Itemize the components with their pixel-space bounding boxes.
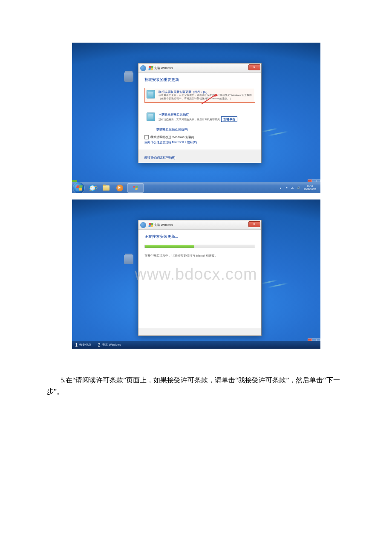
searching-heading: 正在搜索安装更新... (144, 234, 255, 240)
progress-fill (145, 245, 194, 248)
taskbar-media-player[interactable] (113, 183, 126, 193)
tray-volume-icon[interactable]: 🔊 (296, 186, 300, 190)
dialog-heading: 获取安装的重要更新 (144, 77, 255, 83)
dialog-title-text: 安装 Windows (154, 66, 173, 70)
back-button-2[interactable] (140, 222, 146, 228)
wallpaper-light-streak (261, 125, 299, 151)
back-button[interactable] (140, 65, 146, 71)
windows-flag-icon-2 (148, 223, 153, 227)
dialog-footer: 阅读我们的隐私声明(R) (138, 150, 261, 163)
system-tray: ▴ ⚑ 🖧 🔊 10:51 2009/10/23 (278, 185, 319, 191)
option-skip-updates[interactable]: 不获取最新安装更新(D) 没有这些更新，安装可能会失败，并且计算机更容易受 左键… (144, 110, 255, 124)
taskbar-install-windows[interactable] (127, 183, 144, 193)
dialog-titlebar-2: 安装 Windows (138, 220, 261, 230)
privacy-link[interactable]: 阅读我们的隐私声明(R) (144, 156, 176, 159)
recycle-bin-icon (122, 72, 135, 85)
tray-flag-icon[interactable]: ⚑ (284, 186, 288, 190)
dialog-titlebar: 安装 Windows (138, 64, 261, 73)
instruction-paragraph: 5.在“请阅读许可条款”页面上，如果接受许可条款，请单击“我接受许可条款”，然后… (47, 374, 345, 397)
dialog-body: 获取安装的重要更新 联机以获取最新安装更新（推荐）(G) 获取最新的更新，以使安… (138, 73, 261, 150)
click-annotation: 左键单击 (221, 116, 237, 122)
option-get-updates[interactable]: 联机以获取最新安装更新（推荐）(G) 获取最新的更新，以使安装成功，并有助于保护… (144, 88, 255, 103)
update-icon-2 (147, 113, 155, 121)
dialog-footer-2 (138, 328, 261, 335)
install-windows-dialog: 安装 Windows 获取安装的重要更新 联机以获取最新安装更新（推荐）(G) … (138, 63, 262, 163)
dialog-title-text-2: 安装 Windows (154, 223, 173, 227)
screenshot-1: 安装 Windows 获取安装的重要更新 联机以获取最新安装更新（推荐）(G) … (72, 43, 320, 193)
taskbar-explorer[interactable] (100, 183, 112, 193)
taskbar-clock[interactable]: 10:51 2009/10/23 (302, 185, 317, 191)
install-windows-dialog-2: 安装 Windows 正在搜索安装更新... 在整个安装过程中，计算机需要保持与… (138, 220, 262, 336)
windows-flag-icon (148, 66, 153, 70)
option1-title: 联机以获取最新安装更新（推荐）(G) (159, 90, 253, 94)
update-icon (147, 90, 155, 98)
recycle-bin-icon-2 (122, 255, 135, 268)
screenshot-2: 安装 Windows 正在搜索安装更新... 在整个安装过程中，计算机需要保持与… (72, 199, 320, 349)
close-button[interactable] (248, 64, 260, 70)
option2-desc: 没有这些更新，安装可能会失败，并且计算机更容易受 左键单击 (159, 116, 253, 122)
close-button-2[interactable] (248, 221, 260, 227)
start-button[interactable] (73, 182, 85, 194)
step-1: 1 收集信息 (72, 343, 95, 347)
windows-desktop: 安装 Windows 获取安装的重要更新 联机以获取最新安装更新（推荐）(G) … (72, 43, 320, 193)
progress-bar (144, 245, 255, 248)
option1-desc: 获取最新的更新，以使安装成功，并有助于保护您的计算机免受 Windows 安全威… (159, 94, 253, 101)
windows-desktop-2: 安装 Windows 正在搜索安装更新... 在整个安装过程中，计算机需要保持与… (72, 199, 320, 349)
tray-network-icon[interactable]: 🖧 (290, 186, 294, 190)
install-progress-bar: 1 收集信息 2 安装 Windows (72, 341, 320, 349)
taskbar: ▴ ⚑ 🖧 🔊 10:51 2009/10/23 (72, 182, 320, 193)
help-improve-checkbox[interactable]: 我希望帮助改进 Windows 安装(I) (144, 135, 255, 139)
why-updates-link[interactable]: 获取安装更新的原因(W) (156, 127, 255, 132)
tray-arrow-icon[interactable]: ▴ (278, 186, 282, 190)
progress-note: 在整个安装过程中，计算机需要保持与 Internet 相连接。 (144, 254, 255, 258)
dialog-body-2: 正在搜索安装更新... 在整个安装过程中，计算机需要保持与 Internet 相… (138, 230, 261, 328)
send-info-link[interactable]: 应向什么信息发送给 Microsoft？隐私(P) (144, 140, 255, 145)
taskbar-ie[interactable] (86, 183, 99, 193)
step-2: 2 安装 Windows (95, 343, 124, 347)
wallpaper-light-streak-2 (261, 277, 299, 303)
option2-title: 不获取最新安装更新(D) (159, 113, 253, 116)
